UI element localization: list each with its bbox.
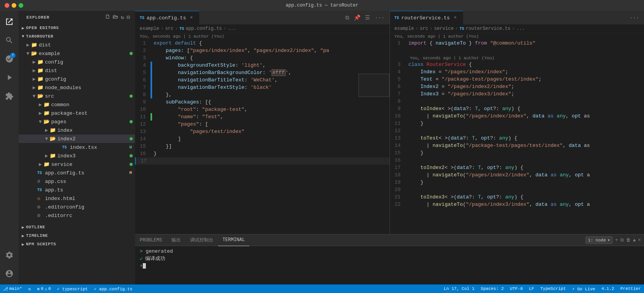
status-spaces[interactable]: Spaces: 2 — [478, 286, 507, 291]
status-version[interactable]: 4.1.2 — [598, 286, 617, 291]
run-debug-icon[interactable] — [2, 70, 17, 85]
tree-item-index2[interactable]: ▼ 📂 index2 — [19, 134, 135, 143]
tab-router-service[interactable]: TS routerService.ts × — [390, 11, 464, 24]
code-line-12: 12 "pages": [ — [135, 121, 390, 128]
new-file-icon[interactable]: 🗋 — [105, 14, 111, 21]
new-folder-icon[interactable]: 🗁 — [113, 14, 118, 21]
code-line-5: 5 navigationBarBackgroundColor: '#fff', — [135, 69, 390, 76]
sidebar: EXPLORER 🗋 🗁 ↻ ⊟ ▶ OPEN EDITORS ▼ TARORO… — [19, 11, 135, 284]
r-code-line-2-blame: 2 — [390, 47, 644, 55]
status-sync[interactable]: ↻ — [25, 284, 34, 293]
more-right-icon[interactable]: ··· — [628, 14, 641, 22]
outline-section[interactable]: ▶ OUTLINE — [19, 223, 135, 231]
tab-close-right-button[interactable]: × — [452, 15, 458, 21]
status-app-config[interactable]: ✓ app.config.ts — [91, 284, 135, 293]
tree-item-index[interactable]: ▶ 📁 index — [19, 126, 135, 134]
minimize-button[interactable] — [12, 3, 16, 8]
tab-problems[interactable]: PROBLEMS — [135, 234, 167, 246]
tree-item-index-html[interactable]: ▶ ◇ index.html — [19, 194, 135, 203]
settings-icon[interactable] — [2, 247, 17, 263]
css-file-icon: # — [37, 179, 43, 184]
tree-item-app-css[interactable]: ▶ # app.css — [19, 177, 135, 186]
tab-app-config[interactable]: TS app.config.ts × — [135, 11, 199, 24]
timeline-section[interactable]: ▶ TIMELINE — [19, 231, 135, 240]
tree-item-editorrc[interactable]: ▶ ⚙ .editorrc — [19, 211, 135, 220]
status-golive[interactable]: ⚡ Go Live — [569, 286, 598, 291]
tab-output[interactable]: 输出 — [167, 234, 185, 246]
maximize-button[interactable] — [19, 3, 23, 8]
status-eol[interactable]: LF — [526, 286, 537, 291]
editor-split: TS app.config.ts × ⧉ 📌 ☰ ··· example › — [135, 11, 644, 234]
breadcrumb-toggle-icon[interactable]: ☰ — [364, 14, 372, 22]
tree-item-example[interactable]: ▼ 📂 example — [19, 49, 135, 58]
tree-item-service[interactable]: ▶ 📁 service — [19, 160, 135, 169]
tree-item-config[interactable]: ▶ 📁 config — [19, 58, 135, 66]
code-line-11: 11 "name": "Test", — [135, 113, 390, 121]
tab-close-button[interactable]: × — [188, 15, 194, 21]
source-control-icon[interactable]: 7 — [2, 51, 17, 67]
explorer-icon[interactable] — [2, 14, 17, 29]
maximize-panel-icon[interactable]: ▲ — [633, 238, 636, 243]
tree-item-index-tsx[interactable]: ▶ TS index.tsx U — [19, 143, 135, 152]
r-code-line-22: 22 | navigateTo("/pages/index3/index", d… — [390, 201, 644, 208]
folder-icon: 📁 — [37, 76, 43, 82]
add-terminal-icon[interactable]: + — [615, 238, 618, 243]
tree-item-dist2[interactable]: ▶ 📁 dist — [19, 66, 135, 75]
tree-item-package-test[interactable]: ▶ 📁 package-test — [19, 109, 135, 117]
more-icon[interactable]: ··· — [373, 14, 386, 22]
pin-icon[interactable]: 📌 — [352, 14, 362, 22]
close-panel-icon[interactable]: × — [638, 238, 641, 243]
tree-item-app-ts[interactable]: ▶ TS app.ts — [19, 186, 135, 194]
tarorouter-section[interactable]: ▼ TAROROUTER — [19, 32, 135, 41]
split-editor-icon[interactable]: ⧉ — [344, 14, 351, 22]
tree-item-app-config[interactable]: ▶ TS app.config.ts M — [19, 169, 135, 177]
golive-label: ⚡ Go Live — [572, 286, 595, 291]
status-encoding[interactable]: UTF-8 — [507, 286, 526, 291]
close-button[interactable] — [5, 3, 9, 8]
dropdown-arrow-icon: ▾ — [608, 238, 610, 243]
folder-open-icon: 📂 — [50, 136, 56, 142]
right-tab-actions: ··· — [628, 14, 644, 22]
ts-file-icon: TS — [37, 188, 43, 192]
right-git-blame-2: You, seconds ago | 1 author (You) — [390, 55, 644, 61]
tree-item-dist[interactable]: ▶ 📁 dist — [19, 41, 135, 49]
sidebar-tree: ▶ OPEN EDITORS ▼ TAROROUTER ▶ 📁 dist ▼ 📂… — [19, 24, 135, 284]
right-tab-bar: TS routerService.ts × ··· — [390, 11, 644, 24]
left-tab-bar: TS app.config.ts × ⧉ 📌 ☰ ··· — [135, 11, 390, 24]
status-language[interactable]: TypeScript — [537, 286, 569, 291]
tree-item-pages[interactable]: ▼ 📂 pages — [19, 117, 135, 126]
status-typescript[interactable]: ✓ typescript — [54, 284, 91, 293]
code-line-3: 3 window: { — [135, 54, 390, 62]
tree-item-node-modules[interactable]: ▶ 📁 node_modules — [19, 83, 135, 92]
right-code-area[interactable]: 1 import { navigateTo } from "@common/ut… — [390, 40, 644, 234]
status-prettier[interactable]: Prettier — [617, 286, 644, 291]
kill-terminal-icon[interactable]: 🗑 — [626, 237, 631, 243]
account-icon[interactable] — [2, 266, 17, 281]
code-line-13: 13 "pages/test/index" — [135, 128, 390, 135]
refresh-icon[interactable]: ↻ — [121, 14, 124, 21]
version-label: 4.1.2 — [601, 286, 614, 291]
tree-item-src[interactable]: ▼ 📂 src — [19, 92, 135, 100]
tree-item-editorconfig[interactable]: ▶ ⚙ .editorconfig — [19, 203, 135, 211]
status-branch[interactable]: ⎇ main* — [0, 284, 25, 293]
status-position[interactable]: Ln 17, Col 1 — [441, 286, 478, 291]
search-icon[interactable] — [2, 33, 17, 48]
npm-scripts-section[interactable]: ▶ NPM SCRIPTS — [19, 240, 135, 248]
right-breadcrumb: example › src › service › TS routerServi… — [390, 24, 644, 33]
open-editors-section[interactable]: ▶ OPEN EDITORS — [19, 24, 135, 32]
tree-item-common[interactable]: ▶ 📁 common — [19, 100, 135, 109]
tree-item-index3[interactable]: ▶ 📁 index3 — [19, 152, 135, 160]
r-code-line-19: 19 } — [390, 179, 644, 186]
tab-terminal[interactable]: TERMINAL — [218, 234, 250, 246]
panel: PROBLEMS 输出 调试控制台 TERMINAL 1: node ▾ + — [135, 234, 644, 284]
tab-debug-console[interactable]: 调试控制台 — [185, 234, 218, 246]
tab-label: app.config.ts — [147, 15, 186, 21]
status-errors[interactable]: ⊗ 0 ⚠ 0 — [34, 284, 54, 293]
tree-item-gconfig[interactable]: ▶ 📁 gconfig — [19, 75, 135, 83]
activity-bar-bottom — [2, 247, 17, 284]
collapse-icon[interactable]: ⊟ — [127, 14, 130, 21]
split-terminal-icon[interactable]: ⧉ — [620, 238, 624, 243]
extensions-icon[interactable] — [2, 88, 17, 104]
terminal-selector[interactable]: 1: node ▾ — [585, 236, 613, 244]
left-code-area[interactable]: 1 export default { 2 pages: ["pages/inde… — [135, 40, 390, 234]
